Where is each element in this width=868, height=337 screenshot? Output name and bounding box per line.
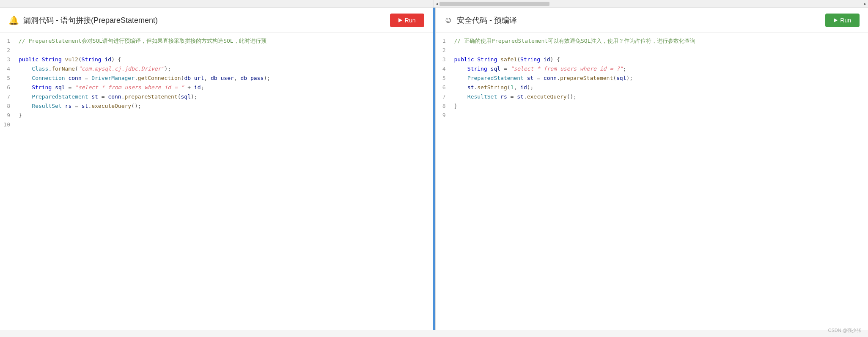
table-row: 2 xyxy=(0,46,433,55)
table-row: 10 xyxy=(0,120,433,129)
left-title-text: 漏洞代码 - 语句拼接(PrepareStatement) xyxy=(23,15,158,25)
table-row: 6 String sql = "select * from users wher… xyxy=(0,83,433,92)
table-row: 3 public String vul2(String id) { xyxy=(0,55,433,64)
table-row: 2 xyxy=(436,46,868,55)
table-row: 8 ResultSet rs = st.executeQuery(); xyxy=(0,101,433,111)
scroll-right-arrow[interactable]: ▶ xyxy=(864,2,866,6)
right-panel: ☺ 安全代码 - 预编译 Run 1 // 正确的使用PreparedState… xyxy=(435,8,868,330)
left-panel: 🔔 漏洞代码 - 语句拼接(PrepareStatement) Run 1 //… xyxy=(0,8,434,330)
table-row: 5 Connection conn = DriverManager.getCon… xyxy=(0,74,433,83)
table-row: 6 st.setString(1, id); xyxy=(436,83,868,92)
scroll-left-arrow[interactable]: ◀ xyxy=(436,2,438,6)
right-panel-header: ☺ 安全代码 - 预编译 Run xyxy=(436,8,868,33)
table-row: 5 PreparedStatement st = conn.prepareSta… xyxy=(436,74,868,83)
right-run-label: Run xyxy=(840,17,851,24)
right-run-button[interactable]: Run xyxy=(825,14,860,27)
left-code-area: 1 // PrepareStatement会对SQL语句进行预编译，但如果直接采… xyxy=(0,33,433,330)
table-row: 9 xyxy=(436,111,868,120)
bug-icon: 🔔 xyxy=(8,15,19,25)
right-run-play-icon xyxy=(834,18,838,22)
right-title-text: 安全代码 - 预编译 xyxy=(457,15,517,25)
right-code-area: 1 // 正确的使用PreparedStatement可以有效避免SQL注入，使… xyxy=(436,33,868,330)
table-row: 4 Class.forName("com.mysql.cj.jdbc.Drive… xyxy=(0,64,433,74)
left-run-button[interactable]: Run xyxy=(390,14,424,27)
scrollbar-thumb[interactable] xyxy=(439,2,549,6)
left-panel-title: 🔔 漏洞代码 - 语句拼接(PrepareStatement) xyxy=(8,15,158,25)
table-row: 7 PreparedStatement st = conn.prepareSta… xyxy=(0,92,433,101)
left-panel-header: 🔔 漏洞代码 - 语句拼接(PrepareStatement) Run xyxy=(0,8,433,33)
left-run-play-icon xyxy=(398,18,402,22)
table-row: 7 ResultSet rs = st.executeQuery(); xyxy=(436,92,868,101)
right-panel-title: ☺ 安全代码 - 预编译 xyxy=(444,15,517,25)
table-row: 3 public String safe1(String id) { xyxy=(436,55,868,64)
table-row: 1 // PrepareStatement会对SQL语句进行预编译，但如果直接采… xyxy=(0,36,433,46)
safe-icon: ☺ xyxy=(444,15,453,25)
table-row: 9 } xyxy=(0,111,433,120)
table-row: 1 // 正确的使用PreparedStatement可以有效避免SQL注入，使… xyxy=(436,36,868,46)
footer-credit: CSDN @强少张 xyxy=(828,327,861,330)
table-row: 8 } xyxy=(436,101,868,111)
left-run-label: Run xyxy=(405,17,416,24)
table-row: 4 String sql = "select * from users wher… xyxy=(436,64,868,74)
